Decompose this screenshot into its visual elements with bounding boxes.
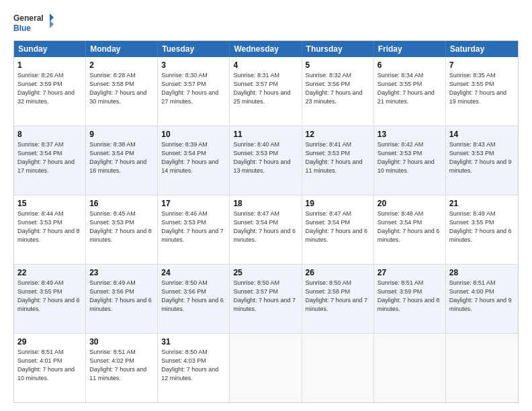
cell-text: Sunrise: 8:48 AMSunset: 3:54 PMDaylight:… xyxy=(378,210,440,242)
cell-text: Sunrise: 8:28 AMSunset: 3:58 PMDaylight:… xyxy=(89,72,146,104)
day-number: 4 xyxy=(233,60,298,71)
day-number: 19 xyxy=(306,198,370,209)
cell-text: Sunrise: 8:50 AMSunset: 3:58 PMDaylight:… xyxy=(306,279,368,312)
cal-cell-27: 27Sunrise: 8:51 AMSunset: 3:59 PMDayligh… xyxy=(374,265,446,333)
day-number: 31 xyxy=(161,336,226,347)
cell-text: Sunrise: 8:51 AMSunset: 4:00 PMDaylight:… xyxy=(449,279,512,312)
cal-cell-empty-4-5 xyxy=(374,334,446,402)
cell-text: Sunrise: 8:34 AMSunset: 3:55 PMDaylight:… xyxy=(378,72,435,104)
cal-cell-25: 25Sunrise: 8:50 AMSunset: 3:57 PMDayligh… xyxy=(230,265,302,333)
day-number: 17 xyxy=(161,198,226,209)
cell-text: Sunrise: 8:30 AMSunset: 3:57 PMDaylight:… xyxy=(161,72,218,104)
cal-cell-20: 20Sunrise: 8:48 AMSunset: 3:54 PMDayligh… xyxy=(374,195,446,264)
cal-cell-4: 4Sunrise: 8:31 AMSunset: 3:57 PMDaylight… xyxy=(230,57,302,126)
logo: General Blue xyxy=(13,11,54,35)
cell-text: Sunrise: 8:31 AMSunset: 3:57 PMDaylight:… xyxy=(233,72,290,104)
day-number: 3 xyxy=(161,60,226,71)
cell-text: Sunrise: 8:49 AMSunset: 3:55 PMDaylight:… xyxy=(17,279,80,312)
cal-row-4: 22Sunrise: 8:49 AMSunset: 3:55 PMDayligh… xyxy=(14,265,518,334)
day-number: 7 xyxy=(449,60,515,71)
cal-cell-18: 18Sunrise: 8:47 AMSunset: 3:54 PMDayligh… xyxy=(230,195,302,264)
cell-text: Sunrise: 8:40 AMSunset: 3:53 PMDaylight:… xyxy=(233,141,290,173)
day-number: 13 xyxy=(378,129,442,140)
day-number: 16 xyxy=(89,198,154,209)
cal-cell-1: 1Sunrise: 8:26 AMSunset: 3:59 PMDaylight… xyxy=(14,57,86,126)
day-number: 5 xyxy=(306,60,370,71)
header: General Blue xyxy=(13,11,519,35)
header-tuesday: Tuesday xyxy=(158,41,230,57)
cal-cell-28: 28Sunrise: 8:51 AMSunset: 4:00 PMDayligh… xyxy=(446,265,518,333)
day-number: 12 xyxy=(306,129,370,140)
day-number: 20 xyxy=(378,198,442,209)
cell-text: Sunrise: 8:38 AMSunset: 3:54 PMDaylight:… xyxy=(89,141,146,173)
cal-cell-23: 23Sunrise: 8:49 AMSunset: 3:56 PMDayligh… xyxy=(86,265,158,333)
cell-text: Sunrise: 8:39 AMSunset: 3:54 PMDaylight:… xyxy=(161,141,218,173)
cal-cell-6: 6Sunrise: 8:34 AMSunset: 3:55 PMDaylight… xyxy=(374,57,446,126)
day-number: 11 xyxy=(233,129,298,140)
day-number: 14 xyxy=(449,129,515,140)
cal-cell-8: 8Sunrise: 8:37 AMSunset: 3:54 PMDaylight… xyxy=(14,126,86,195)
svg-marker-2 xyxy=(50,13,54,21)
cal-cell-3: 3Sunrise: 8:30 AMSunset: 3:57 PMDaylight… xyxy=(158,57,230,126)
cal-row-5: 29Sunrise: 8:51 AMSunset: 4:01 PMDayligh… xyxy=(14,334,518,402)
cal-cell-22: 22Sunrise: 8:49 AMSunset: 3:55 PMDayligh… xyxy=(14,265,86,333)
day-number: 9 xyxy=(89,129,154,140)
cal-cell-21: 21Sunrise: 8:49 AMSunset: 3:55 PMDayligh… xyxy=(446,195,518,264)
svg-marker-3 xyxy=(50,20,54,28)
svg-text:General: General xyxy=(13,13,44,23)
cal-cell-empty-4-4 xyxy=(302,334,374,402)
cal-row-3: 15Sunrise: 8:44 AMSunset: 3:53 PMDayligh… xyxy=(14,195,518,265)
logo-svg: General Blue xyxy=(13,11,54,35)
cal-cell-10: 10Sunrise: 8:39 AMSunset: 3:54 PMDayligh… xyxy=(158,126,230,195)
cell-text: Sunrise: 8:41 AMSunset: 3:53 PMDaylight:… xyxy=(306,141,363,173)
cell-text: Sunrise: 8:50 AMSunset: 3:57 PMDaylight:… xyxy=(233,279,296,312)
day-number: 8 xyxy=(17,129,82,140)
cell-text: Sunrise: 8:35 AMSunset: 3:55 PMDaylight:… xyxy=(449,72,506,104)
cell-text: Sunrise: 8:51 AMSunset: 3:59 PMDaylight:… xyxy=(378,279,440,312)
cal-cell-26: 26Sunrise: 8:50 AMSunset: 3:58 PMDayligh… xyxy=(302,265,374,333)
cell-text: Sunrise: 8:49 AMSunset: 3:55 PMDaylight:… xyxy=(449,210,512,242)
day-number: 15 xyxy=(17,198,82,209)
cal-cell-2: 2Sunrise: 8:28 AMSunset: 3:58 PMDaylight… xyxy=(86,57,158,126)
cell-text: Sunrise: 8:43 AMSunset: 3:53 PMDaylight:… xyxy=(449,141,512,173)
day-number: 29 xyxy=(17,336,82,347)
cal-cell-17: 17Sunrise: 8:46 AMSunset: 3:53 PMDayligh… xyxy=(158,195,230,264)
cell-text: Sunrise: 8:50 AMSunset: 3:56 PMDaylight:… xyxy=(161,279,224,312)
cell-text: Sunrise: 8:44 AMSunset: 3:53 PMDaylight:… xyxy=(17,210,80,242)
cal-cell-empty-4-6 xyxy=(446,334,518,402)
cell-text: Sunrise: 8:26 AMSunset: 3:59 PMDaylight:… xyxy=(17,72,75,104)
header-saturday: Saturday xyxy=(446,41,518,57)
day-number: 28 xyxy=(449,267,515,278)
day-number: 10 xyxy=(161,129,226,140)
cell-text: Sunrise: 8:45 AMSunset: 3:53 PMDaylight:… xyxy=(89,210,152,242)
svg-text:Blue: Blue xyxy=(13,24,31,33)
cell-text: Sunrise: 8:49 AMSunset: 3:56 PMDaylight:… xyxy=(89,279,152,312)
cell-text: Sunrise: 8:42 AMSunset: 3:53 PMDaylight:… xyxy=(378,141,435,173)
day-number: 24 xyxy=(161,267,226,278)
day-number: 21 xyxy=(449,198,515,209)
cal-cell-11: 11Sunrise: 8:40 AMSunset: 3:53 PMDayligh… xyxy=(230,126,302,195)
day-number: 1 xyxy=(17,60,82,71)
cal-cell-15: 15Sunrise: 8:44 AMSunset: 3:53 PMDayligh… xyxy=(14,195,86,264)
cell-text: Sunrise: 8:51 AMSunset: 4:02 PMDaylight:… xyxy=(89,349,146,381)
cal-cell-empty-4-3 xyxy=(230,334,302,402)
header-wednesday: Wednesday xyxy=(230,41,302,57)
day-number: 22 xyxy=(17,267,82,278)
cal-row-1: 1Sunrise: 8:26 AMSunset: 3:59 PMDaylight… xyxy=(14,57,518,126)
cell-text: Sunrise: 8:32 AMSunset: 3:56 PMDaylight:… xyxy=(306,72,363,104)
cell-text: Sunrise: 8:37 AMSunset: 3:54 PMDaylight:… xyxy=(17,141,75,173)
header-thursday: Thursday xyxy=(302,41,374,57)
cal-cell-13: 13Sunrise: 8:42 AMSunset: 3:53 PMDayligh… xyxy=(374,126,446,195)
header-monday: Monday xyxy=(86,41,158,57)
header-sunday: Sunday xyxy=(14,41,86,57)
cal-cell-12: 12Sunrise: 8:41 AMSunset: 3:53 PMDayligh… xyxy=(302,126,374,195)
day-number: 6 xyxy=(378,60,442,71)
day-number: 30 xyxy=(89,336,154,347)
calendar: SundayMondayTuesdayWednesdayThursdayFrid… xyxy=(13,40,519,403)
cell-text: Sunrise: 8:50 AMSunset: 4:03 PMDaylight:… xyxy=(161,349,218,381)
day-number: 18 xyxy=(233,198,298,209)
cal-cell-16: 16Sunrise: 8:45 AMSunset: 3:53 PMDayligh… xyxy=(86,195,158,264)
cell-text: Sunrise: 8:47 AMSunset: 3:54 PMDaylight:… xyxy=(233,210,296,242)
cell-text: Sunrise: 8:47 AMSunset: 3:54 PMDaylight:… xyxy=(306,210,368,242)
cal-cell-24: 24Sunrise: 8:50 AMSunset: 3:56 PMDayligh… xyxy=(158,265,230,333)
